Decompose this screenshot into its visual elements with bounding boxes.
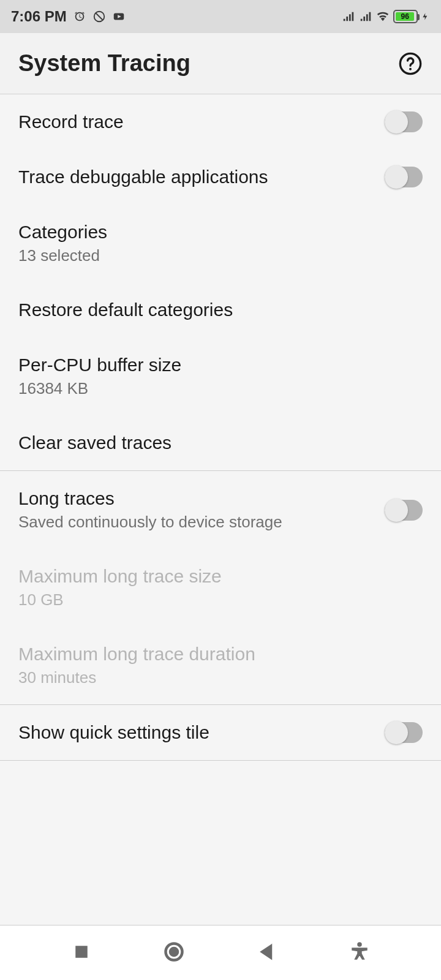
item-subtitle: Saved continuously to device storage bbox=[18, 513, 282, 532]
item-title: Maximum long trace size bbox=[18, 566, 222, 587]
long-traces-switch[interactable] bbox=[385, 500, 423, 521]
signal-1-icon bbox=[342, 10, 355, 23]
percpu-buffer-item[interactable]: Per-CPU buffer size 16384 KB bbox=[0, 337, 441, 415]
wifi-icon bbox=[376, 10, 390, 23]
battery-icon: 96 bbox=[393, 10, 418, 23]
help-icon bbox=[398, 51, 423, 76]
record-trace-item[interactable]: Record trace bbox=[0, 94, 441, 149]
categories-item[interactable]: Categories 13 selected bbox=[0, 205, 441, 282]
item-title: Record trace bbox=[18, 111, 124, 132]
svg-rect-6 bbox=[76, 946, 87, 957]
item-subtitle: 10 GB bbox=[18, 590, 222, 609]
svg-point-8 bbox=[170, 947, 179, 956]
item-subtitle: 16384 KB bbox=[18, 379, 181, 398]
status-right: 96 bbox=[342, 10, 430, 23]
accessibility-button[interactable] bbox=[349, 941, 371, 965]
record-trace-switch[interactable] bbox=[385, 111, 423, 132]
status-bar: 7:06 PM 96 bbox=[0, 0, 441, 33]
svg-point-5 bbox=[409, 67, 412, 70]
settings-list: Record trace Trace debuggable applicatio… bbox=[0, 94, 441, 761]
item-title: Categories bbox=[18, 222, 107, 243]
battery-percentage: 96 bbox=[396, 12, 414, 21]
item-title: Maximum long trace duration bbox=[18, 644, 255, 665]
circle-icon bbox=[163, 941, 185, 963]
divider bbox=[0, 760, 441, 761]
signal-2-icon bbox=[359, 10, 372, 23]
help-button[interactable] bbox=[398, 51, 423, 76]
item-title: Per-CPU buffer size bbox=[18, 355, 181, 375]
dnd-icon bbox=[92, 10, 106, 23]
quick-settings-tile-item[interactable]: Show quick settings tile bbox=[0, 705, 441, 760]
max-long-trace-duration-item: Maximum long trace duration 30 minutes bbox=[0, 627, 441, 704]
trace-debuggable-switch[interactable] bbox=[385, 167, 423, 187]
item-subtitle: 30 minutes bbox=[18, 668, 255, 687]
item-subtitle: 13 selected bbox=[18, 246, 107, 265]
item-title: Long traces bbox=[18, 488, 282, 509]
item-title: Restore default categories bbox=[18, 300, 233, 320]
home-button[interactable] bbox=[163, 941, 185, 965]
back-button[interactable] bbox=[256, 941, 278, 965]
navigation-bar bbox=[0, 925, 441, 980]
square-icon bbox=[70, 941, 92, 963]
item-title: Trace debuggable applications bbox=[18, 167, 268, 187]
status-left: 7:06 PM bbox=[11, 8, 126, 25]
status-time: 7:06 PM bbox=[11, 8, 67, 25]
item-title: Show quick settings tile bbox=[18, 722, 209, 743]
svg-point-9 bbox=[358, 943, 361, 946]
youtube-icon bbox=[112, 10, 126, 23]
item-title: Clear saved traces bbox=[18, 432, 172, 453]
accessibility-icon bbox=[349, 941, 371, 963]
triangle-left-icon bbox=[256, 941, 278, 963]
alarm-icon bbox=[73, 10, 86, 23]
page-title: System Tracing bbox=[18, 50, 190, 77]
restore-default-item[interactable]: Restore default categories bbox=[0, 282, 441, 337]
svg-line-1 bbox=[96, 13, 102, 20]
max-long-trace-size-item: Maximum long trace size 10 GB bbox=[0, 549, 441, 627]
trace-debuggable-item[interactable]: Trace debuggable applications bbox=[0, 149, 441, 205]
recent-apps-button[interactable] bbox=[70, 941, 92, 965]
charging-icon bbox=[421, 10, 430, 23]
quick-settings-tile-switch[interactable] bbox=[385, 722, 423, 743]
app-bar: System Tracing bbox=[0, 33, 441, 94]
long-traces-item[interactable]: Long traces Saved continuously to device… bbox=[0, 471, 441, 549]
clear-saved-traces-item[interactable]: Clear saved traces bbox=[0, 415, 441, 470]
